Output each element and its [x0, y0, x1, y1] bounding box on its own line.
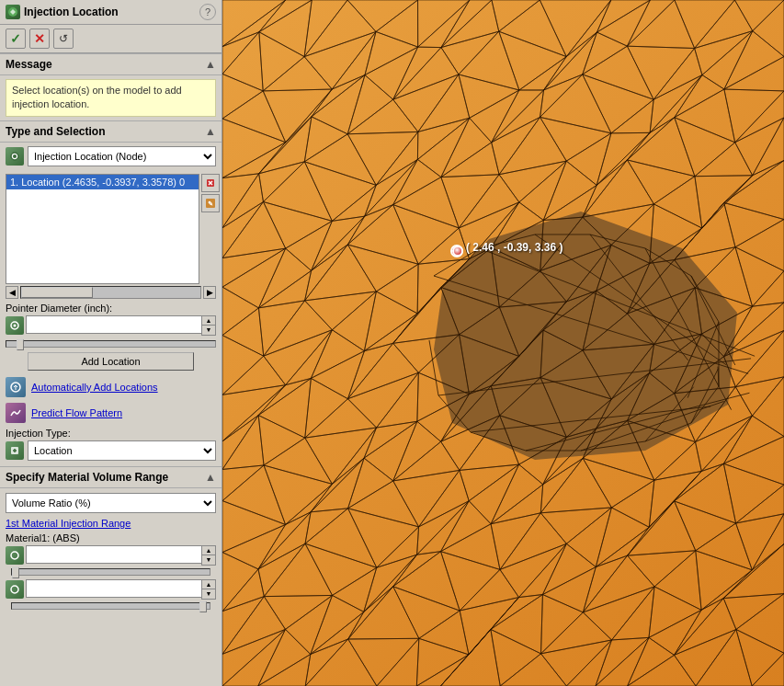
- list-item[interactable]: 1. Location (2.4635, -0.3937, 3.3578) 0: [6, 175, 199, 189]
- injection-type-dropdown-row: Injection Location (Node): [6, 146, 216, 166]
- spinner-up-button[interactable]: ▲: [202, 316, 215, 326]
- material-value1-down-button[interactable]: ▼: [202, 555, 215, 565]
- injection-node-icon: [6, 147, 24, 166]
- reset-button[interactable]: ↺: [53, 29, 74, 49]
- pointer-diameter-field[interactable]: 0.04: [26, 315, 201, 334]
- scroll-left-button[interactable]: ◀: [6, 286, 18, 299]
- material1-icon: [6, 546, 24, 565]
- location-list-scrollbar: ◀ ▶: [6, 286, 216, 299]
- auto-add-label[interactable]: Automatically Add Locations: [31, 382, 158, 393]
- pointer-diameter-row: Pointer Diameter (inch): 0.04 ▲ ▼: [0, 299, 222, 339]
- list-side-buttons: ✎: [199, 174, 222, 284]
- material-value1-slider-thumb: [12, 567, 19, 578]
- message-section-header[interactable]: Message ▲: [0, 53, 222, 75]
- app-icon: [6, 5, 20, 19]
- material-value2-down-button[interactable]: ▼: [202, 589, 215, 599]
- pointer-diameter-slider[interactable]: [6, 340, 216, 348]
- reset-icon: ↺: [59, 32, 68, 45]
- pointer-diameter-label: Pointer Diameter (inch):: [6, 303, 216, 314]
- ok-button[interactable]: ✓: [6, 29, 26, 49]
- injection-location-dropdown[interactable]: Injection Location (Node): [28, 146, 216, 166]
- injection-type-area: Injection Type: Location Gate Valve Gate: [0, 426, 222, 466]
- location-list-row: 1. Location (2.4635, -0.3937, 3.3578) 0 …: [6, 174, 222, 284]
- specify-material-collapse-icon[interactable]: ▲: [205, 471, 216, 484]
- specify-material-area: Volume Ratio (%) Volume (cm3) 1st Materi…: [0, 488, 222, 612]
- material1-label: Material1: (ABS): [6, 532, 216, 543]
- slider-thumb: [17, 339, 24, 350]
- auto-add-row: Automatically Add Locations: [0, 374, 222, 400]
- spinner-buttons: ▲ ▼: [201, 315, 216, 336]
- material-value2-spinner: 100 ▲ ▼: [26, 579, 216, 600]
- spinner-down-button[interactable]: ▼: [202, 326, 215, 335]
- material-value2-up-button[interactable]: ▲: [202, 580, 215, 589]
- x-icon: ✕: [34, 31, 45, 46]
- material-value1-spinner: 0 ▲ ▼: [26, 545, 216, 566]
- type-selection-area: Injection Location (Node): [0, 143, 222, 174]
- message-text: Select location(s) on the model to add i…: [12, 85, 182, 109]
- add-location-button[interactable]: Add Location: [28, 352, 194, 371]
- specify-material-section-header[interactable]: Specify Material Volume Range ▲: [0, 466, 222, 488]
- svg-point-14: [11, 586, 18, 593]
- cancel-button[interactable]: ✕: [29, 29, 50, 49]
- check-icon: ✓: [10, 31, 21, 46]
- message-box: Select location(s) on the model to add i…: [6, 79, 216, 117]
- material-value2-row: 100 ▲ ▼: [6, 579, 216, 600]
- specify-material-label: Specify Material Volume Range: [6, 471, 168, 484]
- type-selection-section-header[interactable]: Type and Selection ▲: [0, 120, 222, 143]
- scroll-right-button[interactable]: ▶: [203, 286, 216, 299]
- help-button[interactable]: ?: [199, 4, 216, 20]
- material-value1-spinner-btns: ▲ ▼: [201, 545, 216, 566]
- injection-type-dropdown-row: Location Gate Valve Gate: [6, 440, 216, 461]
- scroll-thumb: [21, 287, 93, 298]
- volume-ratio-dropdown[interactable]: Volume Ratio (%) Volume (cm3): [6, 493, 216, 513]
- scroll-track[interactable]: [20, 286, 201, 299]
- predict-flow-icon: [6, 403, 26, 423]
- svg-point-9: [14, 324, 17, 326]
- first-material-link[interactable]: 1st Material Injection Range: [6, 516, 216, 531]
- material-value2-spinner-btns: ▲ ▼: [201, 579, 216, 600]
- left-panel: Injection Location ? ✓ ✕ ↺ Message ▲ Sel…: [0, 0, 222, 686]
- message-collapse-icon[interactable]: ▲: [205, 58, 216, 71]
- material-value1-up-button[interactable]: ▲: [202, 546, 215, 555]
- material-value1-slider[interactable]: [11, 568, 210, 576]
- delete-location-button[interactable]: [201, 174, 220, 192]
- title-bar: Injection Location ?: [0, 0, 222, 25]
- material2-icon: [6, 580, 24, 599]
- pointer-diameter-icon: [6, 316, 24, 335]
- injection-type-icon: [6, 441, 24, 460]
- material-value2-slider[interactable]: [11, 602, 210, 610]
- material-value2-field[interactable]: 100: [26, 579, 201, 598]
- material-value1-row: 0 ▲ ▼: [6, 545, 216, 566]
- message-section-label: Message: [6, 58, 52, 71]
- pointer-diameter-spinner: 0.04 ▲ ▼: [26, 315, 216, 336]
- type-selection-collapse-icon[interactable]: ▲: [205, 125, 216, 138]
- injection-type-label: Injection Type:: [6, 428, 216, 439]
- 3d-viewport[interactable]: ( 2.46 , -0.39, 3.36 ): [222, 0, 784, 686]
- auto-add-icon: [6, 377, 26, 397]
- svg-point-13: [11, 552, 18, 559]
- toolbar: ✓ ✕ ↺: [0, 25, 222, 53]
- predict-flow-row: Predict Flow Pattern: [0, 400, 222, 426]
- location-list[interactable]: 1. Location (2.4635, -0.3937, 3.3578) 0: [6, 174, 199, 284]
- svg-text:✎: ✎: [208, 200, 213, 207]
- predict-flow-label[interactable]: Predict Flow Pattern: [31, 407, 122, 418]
- material-value2-slider-thumb: [199, 601, 207, 612]
- type-selection-label: Type and Selection: [6, 125, 105, 138]
- material-value1-field[interactable]: 0: [26, 545, 201, 564]
- edit-location-button[interactable]: ✎: [201, 194, 220, 212]
- window-title: Injection Location: [24, 6, 196, 18]
- mesh-canvas: [222, 0, 784, 686]
- pointer-diameter-input-row: 0.04 ▲ ▼: [6, 315, 216, 336]
- injection-type-select[interactable]: Location Gate Valve Gate: [28, 440, 216, 461]
- svg-point-2: [13, 154, 17, 158]
